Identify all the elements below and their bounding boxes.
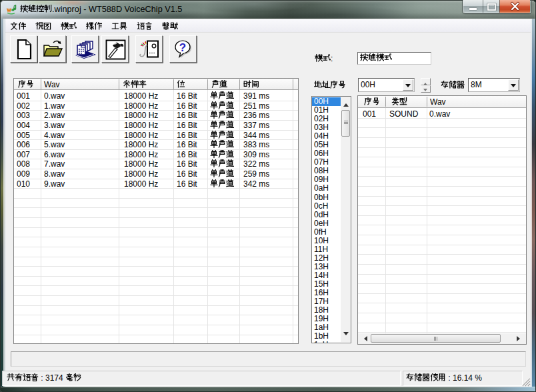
svg-text:?: ? xyxy=(179,41,186,54)
